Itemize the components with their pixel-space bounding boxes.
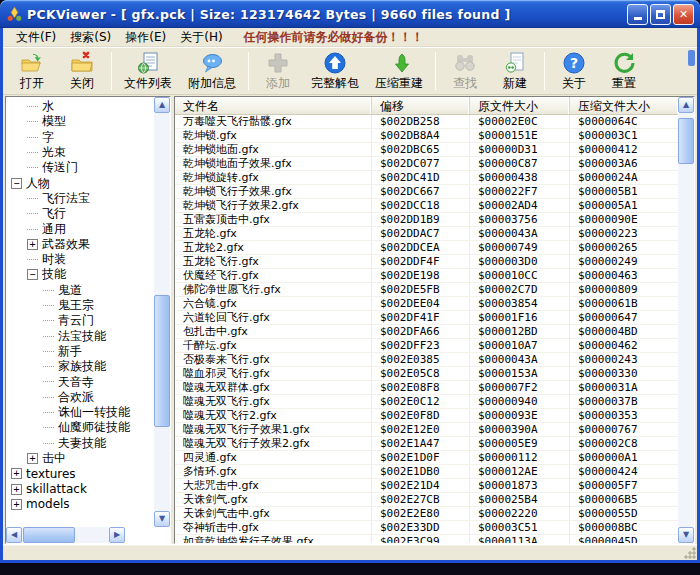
table-row[interactable]: 天诛剑气击中.gfx$002E2E80$00002220$0000055D (175, 507, 678, 521)
toolbar-overflow-chevron[interactable] (688, 50, 695, 66)
new-button[interactable]: 新建 (490, 49, 540, 93)
table-row[interactable]: 噬魂无双飞行2.gfx$002E0F8D$0000093E$00000353 (175, 409, 678, 423)
tree-item[interactable]: 夫妻技能 (7, 436, 153, 451)
tree-scroll-right-icon[interactable]: ▶ (109, 527, 125, 543)
table-row[interactable]: 五雷轰顶击中.gfx$002DD1B9$00003756$0000090E (175, 213, 678, 227)
table-row[interactable]: 噬魂无双群体.gfx$002E08F8$000007F2$0000031A (175, 381, 678, 395)
tree-item[interactable]: 诛仙一转技能 (7, 405, 153, 420)
tree-hscrollbar-thumb[interactable] (23, 527, 75, 543)
table-row[interactable]: 乾坤锁旋转.gfx$002DC41D$00000438$0000024A (175, 171, 678, 185)
expand-icon[interactable]: + (11, 499, 22, 510)
list-scrollbar-thumb[interactable] (678, 118, 694, 164)
extra-info-button[interactable]: 附加信息 (180, 49, 244, 93)
tree-item[interactable]: 天音寺 (7, 374, 153, 389)
tree-connector-line (43, 397, 54, 398)
tree-item[interactable]: 法宝技能 (7, 328, 153, 343)
tree-scroll-left-icon[interactable]: ◀ (6, 527, 22, 543)
column-header-compressed-size[interactable]: 压缩文件大小 (570, 97, 678, 114)
offset-cell: $002E0385 (372, 353, 470, 366)
table-row[interactable]: 乾坤锁.gfx$002DB8A4$0000151E$000003C1 (175, 129, 678, 143)
tree-item[interactable]: +models (7, 497, 153, 512)
table-row[interactable]: 六道轮回飞行.gfx$002DF41F$00001F16$00000647 (175, 311, 678, 325)
open-button[interactable]: 打开 (7, 49, 57, 93)
table-row[interactable]: 千醉坛.gfx$002DFF23$000010A7$00000462 (175, 339, 678, 353)
minimize-button[interactable] (627, 4, 648, 25)
tree-item[interactable]: 仙魔师徒技能 (7, 420, 153, 435)
collapse-icon[interactable]: − (11, 178, 22, 189)
resize-grip[interactable] (683, 546, 696, 559)
maximize-button[interactable] (650, 4, 671, 25)
unpack-button[interactable]: 完整解包 (303, 49, 367, 93)
menu-search[interactable]: 搜索(S) (63, 28, 118, 47)
tree-item[interactable]: 合欢派 (7, 390, 153, 405)
tree-item[interactable]: 飞行法宝 (7, 191, 153, 206)
table-row[interactable]: 六合镜.gfx$002DEE04$00003854$0000061B (175, 297, 678, 311)
about-button[interactable]: ? 关于 (549, 49, 599, 93)
reset-button[interactable]: 重置 (599, 49, 649, 93)
tree-item[interactable]: 时装 (7, 252, 153, 267)
titlebar[interactable]: PCKViewer - [ gfx.pck | Size: 123174642 … (0, 0, 700, 28)
tree-item[interactable]: 字 (7, 130, 153, 145)
expand-icon[interactable]: + (11, 484, 22, 495)
tree-scroll-down-icon[interactable]: ▼ (154, 511, 170, 527)
table-row[interactable]: 乾坤锁地面.gfx$002DBC65$00000D31$00000412 (175, 143, 678, 157)
list-scroll-down-icon[interactable]: ▼ (678, 527, 694, 543)
table-row[interactable]: 乾坤锁地面子效果.gfx$002DC077$00000C87$000003A6 (175, 157, 678, 171)
tree-scroll-up-icon[interactable]: ▲ (154, 97, 170, 113)
tree-item[interactable]: +textures (7, 466, 153, 481)
column-header-original-size[interactable]: 原文件大小 (470, 97, 570, 114)
table-row[interactable]: 噬血邪灵飞行.gfx$002E05C8$0000153A$00000330 (175, 367, 678, 381)
table-row[interactable]: 如意乾坤袋发行子效果.gfx$002E3C99$0000113A$0000045… (175, 535, 678, 543)
table-row[interactable]: 伏魔经飞行.gfx$002DE198$000010CC$00000463 (175, 269, 678, 283)
tree-item[interactable]: 水 (7, 99, 153, 114)
tree-item[interactable]: 光束 (7, 145, 153, 160)
tree-item[interactable]: +skillattack (7, 481, 153, 496)
tree-item[interactable]: 新手 (7, 344, 153, 359)
tree-item[interactable]: 飞行 (7, 206, 153, 221)
tree-item[interactable]: 家族技能 (7, 359, 153, 374)
table-row[interactable]: 五龙轮2.gfx$002DDCEA$00000749$00000265 (175, 241, 678, 255)
table-row[interactable]: 乾坤锁飞行子效果.gfx$002DC667$000022F7$000005B1 (175, 185, 678, 199)
table-row[interactable]: 包扎击中.gfx$002DFA66$000012BD$000004BD (175, 325, 678, 339)
tree-item[interactable]: 青云门 (7, 313, 153, 328)
collapse-icon[interactable]: − (27, 269, 38, 280)
table-row[interactable]: 夺神斩击中.gfx$002E33DD$00003C51$000008BC (175, 521, 678, 535)
tree-item[interactable]: 通用 (7, 221, 153, 236)
rebuild-button[interactable]: 压缩重建 (367, 49, 431, 93)
tree-scrollbar-thumb[interactable] (154, 295, 170, 427)
list-vertical-scrollbar[interactable] (678, 113, 694, 527)
menu-about[interactable]: 关于(H) (173, 28, 229, 47)
table-row[interactable]: 佛陀净世愿飞行.gfx$002DE5FB$00002C7D$00000809 (175, 283, 678, 297)
table-row[interactable]: 天诛剑气.gfx$002E27CB$000025B4$000006B5 (175, 493, 678, 507)
expand-icon[interactable]: + (27, 453, 38, 464)
menu-operation[interactable]: 操作(E) (118, 28, 173, 47)
table-row[interactable]: 大悲咒击中.gfx$002E21D4$00001873$000005F7 (175, 479, 678, 493)
table-row[interactable]: 四灵通.gfx$002E1D0F$00000112$000000A1 (175, 451, 678, 465)
table-row[interactable]: 多情环.gfx$002E1DB0$000012AE$00000424 (175, 465, 678, 479)
tree-item[interactable]: 传送门 (7, 160, 153, 175)
table-row[interactable]: 否极泰来飞行.gfx$002E0385$0000043A$00000243 (175, 353, 678, 367)
close-button[interactable]: ✕ (673, 4, 694, 25)
tree-item[interactable]: +武器效果 (7, 237, 153, 252)
expand-icon[interactable]: + (27, 239, 38, 250)
file-list-button[interactable]: 文件列表 (116, 49, 180, 93)
table-row[interactable]: 万毒噬天飞行骷髅.gfx$002DB258$00002E0C$0000064C (175, 115, 678, 129)
table-row[interactable]: 乾坤锁飞行子效果2.gfx$002DCC18$00002AD4$000005A1 (175, 199, 678, 213)
column-header-filename[interactable]: 文件名 (175, 97, 372, 114)
tree-item[interactable]: 鬼王宗 (7, 298, 153, 313)
close-file-button[interactable]: 关闭 (57, 49, 107, 93)
list-scroll-up-icon[interactable]: ▲ (678, 97, 694, 113)
tree-item[interactable]: −人物 (7, 175, 153, 190)
expand-icon[interactable]: + (11, 468, 22, 479)
column-header-offset[interactable]: 偏移 (372, 97, 470, 114)
tree-item[interactable]: 鬼道 (7, 283, 153, 298)
tree-item[interactable]: 模型 (7, 114, 153, 129)
menu-file[interactable]: 文件(F) (9, 28, 63, 47)
tree-item[interactable]: −技能 (7, 267, 153, 282)
table-row[interactable]: 噬魂无双飞行子效果2.gfx$002E1A47$000005E9$000002C… (175, 437, 678, 451)
table-row[interactable]: 五龙轮.gfx$002DDAC7$0000043A$00000223 (175, 227, 678, 241)
tree-item[interactable]: +击中 (7, 451, 153, 466)
table-row[interactable]: 噬魂无双飞行子效果1.gfx$002E12E0$0000390A$0000076… (175, 423, 678, 437)
table-row[interactable]: 噬魂无双飞行.gfx$002E0C12$00000940$0000037B (175, 395, 678, 409)
table-row[interactable]: 五龙轮飞行.gfx$002DDF4F$000003D0$00000249 (175, 255, 678, 269)
